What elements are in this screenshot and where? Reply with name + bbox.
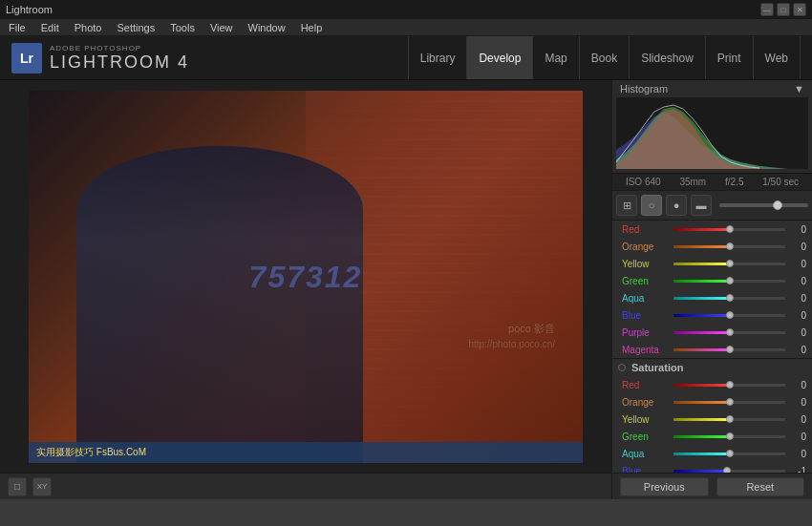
menu-edit[interactable]: Edit <box>38 22 62 33</box>
previous-button[interactable]: Previous <box>620 477 709 496</box>
sat-bar-blue[interactable] <box>673 470 785 473</box>
hue-row-yellow: Yellow 0 <box>612 255 812 272</box>
menu-settings[interactable]: Settings <box>114 22 158 33</box>
saturation-header[interactable]: Saturation <box>612 359 812 376</box>
brand-watermark-text: poco 影音 <box>468 321 555 337</box>
photo-toolbar-bottom: □ XY <box>0 473 611 499</box>
tab-library[interactable]: Library <box>408 36 468 79</box>
hue-bar-orange[interactable] <box>673 245 785 248</box>
header: Lr ADOBE PHOTOSHOP LIGHTROOM 4 Library D… <box>0 36 812 80</box>
hue-bar-yellow[interactable] <box>673 263 785 265</box>
sat-row-yellow: Yellow 0 <box>612 410 812 428</box>
hue-bar-green[interactable] <box>673 280 785 283</box>
sat-bar-yellow[interactable] <box>673 418 785 421</box>
bottom-strip-text: 实用摄影技巧 FsBus.CoM <box>36 446 146 459</box>
hue-row-aqua: Aqua 0 <box>612 289 812 306</box>
menu-bar: File Edit Photo Settings Tools View Wind… <box>0 19 812 36</box>
hue-row-blue: Blue 0 <box>612 306 812 324</box>
sat-row-red: Red 0 <box>612 376 812 393</box>
aperture-info: f/2.5 <box>725 177 743 187</box>
sat-bar-red[interactable] <box>673 384 785 387</box>
tab-web[interactable]: Web <box>754 36 801 79</box>
tab-slideshow[interactable]: Slideshow <box>630 36 706 79</box>
hue-row-red: Red 0 <box>612 221 812 238</box>
bottom-strip: 实用摄影技巧 FsBus.CoM <box>29 442 583 463</box>
hue-bar-blue[interactable] <box>673 314 785 317</box>
camera-info: ISO 640 35mm f/2.5 1/50 sec <box>612 173 812 190</box>
hue-row-magenta: Magenta 0 <box>612 341 812 358</box>
photo-container[interactable]: 757312 poco 影音 http://photo.poco.cn/ 实用摄… <box>0 80 611 473</box>
right-panel: Histogram ▼ ISO 640 35mm <box>611 80 812 499</box>
hue-row-orange: Orange 0 <box>612 238 812 255</box>
histogram-chevron[interactable]: ▼ <box>794 83 804 95</box>
panel-bottom: Previous Reset <box>612 473 812 499</box>
hue-bar-red[interactable] <box>673 228 785 231</box>
histogram-canvas <box>616 97 808 169</box>
lr-app-name: LIGHTROOM 4 <box>50 53 189 73</box>
fit-button[interactable]: □ <box>8 477 27 496</box>
lr-logo: Lr <box>11 43 42 74</box>
lr-sub-title: ADOBE PHOTOSHOP <box>50 44 189 53</box>
exposure-thumb <box>773 200 782 210</box>
nav-tabs: Library Develop Map Book Slideshow Print… <box>408 36 801 79</box>
hue-bar-aqua[interactable] <box>673 297 785 300</box>
sat-bar-orange[interactable] <box>673 401 785 404</box>
tab-book[interactable]: Book <box>580 36 630 79</box>
sat-row-aqua: Aqua 0 <box>612 445 812 462</box>
iso-info: ISO 640 <box>626 177 661 187</box>
heal-tool[interactable]: ● <box>666 195 687 216</box>
reset-button[interactable]: Reset <box>716 477 805 496</box>
menu-photo[interactable]: Photo <box>72 22 105 33</box>
crop-tool[interactable]: ○ <box>641 195 662 216</box>
close-button[interactable]: ✕ <box>793 3 806 16</box>
lr-brand: ADOBE PHOTOSHOP LIGHTROOM 4 <box>50 44 189 73</box>
sat-row-green: Green 0 <box>612 428 812 445</box>
saturation-toggle <box>618 364 626 371</box>
sat-row-orange: Orange 0 <box>612 393 812 410</box>
saturation-section: Saturation Red 0 Orange 0 <box>612 359 812 473</box>
menu-help[interactable]: Help <box>298 22 326 33</box>
histogram-section: Histogram ▼ ISO 640 35mm <box>612 80 812 191</box>
sat-bar-green[interactable] <box>673 435 785 438</box>
main-area: 757312 poco 影音 http://photo.poco.cn/ 实用摄… <box>0 80 812 499</box>
tab-print[interactable]: Print <box>706 36 754 79</box>
gradient-tool[interactable]: ▬ <box>691 195 712 216</box>
hue-bar-magenta[interactable] <box>673 348 785 351</box>
photo-area: 757312 poco 影音 http://photo.poco.cn/ 实用摄… <box>0 80 611 499</box>
hue-section: Red 0 Orange 0 Yellow <box>612 221 812 359</box>
histogram-chart <box>616 97 808 169</box>
shutter-info: 1/50 sec <box>762 177 799 187</box>
histogram-label: Histogram <box>620 83 668 95</box>
title-bar: Lightroom — □ ✕ <box>0 0 812 19</box>
brand-watermark: poco 影音 http://photo.poco.cn/ <box>468 321 555 351</box>
exposure-slider[interactable] <box>719 203 808 207</box>
menu-tools[interactable]: Tools <box>167 22 198 33</box>
zoom-button[interactable]: XY <box>32 477 52 496</box>
hue-row-purple: Purple 0 <box>612 324 812 341</box>
panel-scroll[interactable]: Red 0 Orange 0 Yellow <box>612 221 812 473</box>
sat-row-blue: Blue -1 <box>612 462 812 473</box>
minimize-button[interactable]: — <box>760 3 774 16</box>
tools-row: ⊞ ○ ● ▬ <box>612 191 812 221</box>
sat-bar-aqua[interactable] <box>673 452 785 455</box>
maximize-button[interactable]: □ <box>777 3 790 16</box>
hue-row-green: Green 0 <box>612 272 812 289</box>
menu-view[interactable]: View <box>207 22 236 33</box>
menu-window[interactable]: Window <box>246 22 288 33</box>
grid-tool[interactable]: ⊞ <box>616 195 637 216</box>
histogram-header: Histogram ▼ <box>612 80 812 97</box>
tab-develop[interactable]: Develop <box>467 36 533 79</box>
hue-bar-purple[interactable] <box>673 331 785 334</box>
brand-watermark-url: http://photo.poco.cn/ <box>468 337 555 351</box>
tab-map[interactable]: Map <box>533 36 579 79</box>
menu-file[interactable]: File <box>6 22 29 33</box>
photo-frame: 757312 poco 影音 http://photo.poco.cn/ 实用摄… <box>29 91 583 463</box>
title-bar-title: Lightroom <box>6 4 53 15</box>
focal-info: 35mm <box>679 177 706 187</box>
